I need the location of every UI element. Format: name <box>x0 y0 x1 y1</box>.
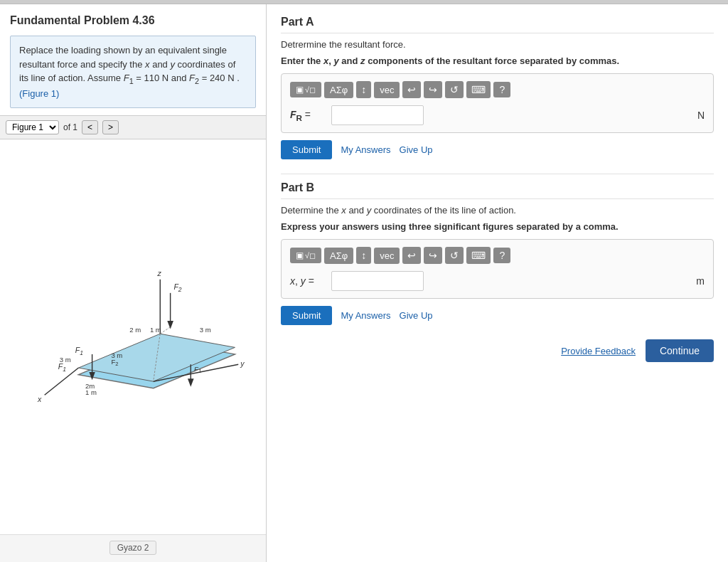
part-b-redo-btn[interactable]: ↪ <box>424 247 442 264</box>
part-a-my-answers-link[interactable]: My Answers <box>341 144 390 155</box>
f2-label: F2 <box>189 73 199 83</box>
svg-line-23 <box>160 327 170 334</box>
bottom-actions: Provide Feedback Continue <box>281 339 714 362</box>
part-a-give-up-link[interactable]: Give Up <box>400 144 433 155</box>
part-a-vec-btn[interactable]: vec <box>374 82 400 98</box>
svg-text:2 m: 2 m <box>129 326 141 334</box>
part-a-unit: N <box>697 110 705 121</box>
svg-text:F2: F2 <box>173 282 181 293</box>
part-a-instruction: Detrermine the resultant force. <box>281 39 714 50</box>
part-a-input-label: FR = <box>290 109 326 122</box>
y-var: y <box>170 59 175 70</box>
diagram-svg: z y x F2 F1 F1 F1 3 m <box>19 259 247 415</box>
part-b-my-answers-link[interactable]: My Answers <box>341 310 390 321</box>
left-panel: Fundamental Problem 4.36 Replace the loa… <box>0 4 267 562</box>
part-b-action-row: Submit My Answers Give Up <box>281 306 714 325</box>
problem-description: Replace the loading shown by an equivale… <box>10 36 256 108</box>
svg-text:y: y <box>240 359 245 368</box>
part-b-input-label: x, y = <box>290 275 326 287</box>
part-a-answer-box: ▣√◻ ΑΣφ ↕ vec ↩ ↪ ↺ ⌨ ? FR = N <box>281 73 714 133</box>
part-b-greek-btn[interactable]: ΑΣφ <box>324 248 353 264</box>
left-top: Fundamental Problem 4.36 Replace the loa… <box>0 4 266 115</box>
figure-next-btn[interactable]: > <box>102 120 119 134</box>
part-b-unit: m <box>696 275 705 287</box>
part-b-refresh-btn[interactable]: ↺ <box>445 247 464 264</box>
part-a-submit-btn[interactable]: Submit <box>281 140 332 159</box>
part-a-keyboard-btn[interactable]: ⌨ <box>466 81 491 98</box>
part-a-redo-btn[interactable]: ↪ <box>424 81 442 98</box>
svg-text:F1: F1 <box>75 346 83 356</box>
part-a-greek-btn[interactable]: ΑΣφ <box>324 82 353 98</box>
figure-image-area: z y x F2 F1 F1 F1 3 m <box>0 139 266 534</box>
part-b-instruction: Determine the x and y coordinates of the… <box>281 205 714 216</box>
right-panel: Part A Detrermine the resultant force. E… <box>267 4 728 562</box>
figure-prev-btn[interactable]: < <box>82 120 98 134</box>
part-a-matrix-btn[interactable]: ▣√◻ <box>290 82 321 97</box>
part-b-answer-box: ▣√◻ ΑΣφ ↕ vec ↩ ↪ ↺ ⌨ ? x, y = m <box>281 239 714 299</box>
figure-controls: Figure 1 of 1 < > <box>0 115 266 139</box>
part-b-help-btn[interactable]: ? <box>493 248 510 263</box>
part-a-section: Part A Detrermine the resultant force. E… <box>281 16 714 159</box>
part-b-keyboard-btn[interactable]: ⌨ <box>466 247 491 264</box>
x-var: x <box>145 59 150 70</box>
part-b-submit-btn[interactable]: Submit <box>281 306 332 325</box>
svg-text:1 m: 1 m <box>150 326 161 334</box>
problem-title: Fundamental Problem 4.36 <box>10 14 256 27</box>
part-b-toolbar: ▣√◻ ΑΣφ ↕ vec ↩ ↪ ↺ ⌨ ? <box>290 247 705 264</box>
part-a-bold-instruction: Enter the x, y and z components of the r… <box>281 55 714 66</box>
svg-text:1 m: 1 m <box>85 388 97 396</box>
svg-text:3 m: 3 m <box>60 356 71 364</box>
part-b-input-row: x, y = m <box>290 271 705 291</box>
part-b-give-up-link[interactable]: Give Up <box>400 310 433 321</box>
gyazo-label: Gyazo 2 <box>109 541 157 555</box>
continue-btn[interactable]: Continue <box>646 339 714 362</box>
part-a-input-row: FR = N <box>290 105 705 125</box>
part-b-undo-btn[interactable]: ↩ <box>402 247 421 264</box>
part-b-title: Part B <box>281 181 714 199</box>
svg-line-6 <box>45 368 79 395</box>
part-a-title: Part A <box>281 16 714 33</box>
divider <box>281 174 714 174</box>
svg-text:3 m: 3 m <box>200 326 211 334</box>
part-a-arrow-btn[interactable]: ↕ <box>356 81 371 98</box>
figure1-link[interactable]: (Figure 1) <box>19 88 59 99</box>
figure-select[interactable]: Figure 1 <box>6 120 59 134</box>
part-b-bold-instruction: Express your answers using three signifi… <box>281 221 714 232</box>
part-b-matrix-btn[interactable]: ▣√◻ <box>290 248 321 263</box>
part-a-input[interactable] <box>331 105 424 125</box>
part-a-help-btn[interactable]: ? <box>493 82 510 97</box>
part-a-toolbar: ▣√◻ ΑΣφ ↕ vec ↩ ↪ ↺ ⌨ ? <box>290 81 705 98</box>
provide-feedback-link[interactable]: Provide Feedback <box>561 346 636 356</box>
part-b-section: Part B Determine the x and y coordinates… <box>281 181 714 325</box>
main-layout: Fundamental Problem 4.36 Replace the loa… <box>0 4 728 562</box>
part-a-action-row: Submit My Answers Give Up <box>281 140 714 159</box>
part-b-arrow-btn[interactable]: ↕ <box>356 247 371 264</box>
part-b-input[interactable] <box>331 271 424 291</box>
figure-of-label: of 1 <box>63 122 77 132</box>
svg-text:z: z <box>156 269 161 277</box>
gyazo-area: Gyazo 2 <box>0 534 266 562</box>
f1-label: F1 <box>124 73 134 83</box>
part-b-vec-btn[interactable]: vec <box>374 248 400 264</box>
part-a-undo-btn[interactable]: ↩ <box>402 81 421 98</box>
svg-text:x: x <box>37 395 42 403</box>
part-a-refresh-btn[interactable]: ↺ <box>445 81 464 98</box>
